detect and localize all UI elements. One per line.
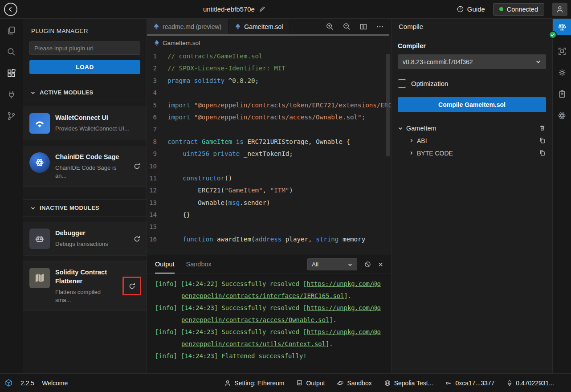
editor-tabbar: readme.md (preview) GameItem.sol <box>147 19 391 34</box>
line-number: 10 <box>147 160 167 172</box>
chevron-down-icon <box>535 59 541 65</box>
refresh-icon[interactable] <box>133 162 141 171</box>
plugin-url-input[interactable] <box>29 41 140 55</box>
user-avatar[interactable] <box>552 3 567 16</box>
git-branch-icon[interactable] <box>7 111 16 121</box>
tree-node-gameitem[interactable]: GameItem <box>398 124 546 132</box>
plugin-card-flattener[interactable]: Solidity Contract Flattener Flattens com… <box>23 261 147 311</box>
sandbox-item[interactable]: Sandbox <box>337 380 371 387</box>
tab-gameitem[interactable]: GameItem.sol <box>228 19 290 34</box>
network-item[interactable]: Sepolia Test... <box>384 380 433 387</box>
vertical-scrollbar[interactable] <box>386 54 390 156</box>
left-activity-bar <box>0 19 23 373</box>
chevron-right-icon <box>409 138 414 143</box>
right-activity-bar <box>552 19 571 373</box>
refresh-icon[interactable] <box>133 235 141 243</box>
version-label: 2.2.5 <box>20 380 34 387</box>
settings-gear-icon[interactable] <box>558 68 567 77</box>
more-actions-icon[interactable] <box>376 23 384 31</box>
clipboard-icon[interactable] <box>558 90 567 98</box>
back-button[interactable] <box>4 3 17 16</box>
guide-button[interactable]: ? Guide <box>457 5 485 13</box>
trash-icon[interactable] <box>538 124 546 132</box>
check-badge-icon <box>549 31 557 39</box>
ai-swirl-icon[interactable] <box>557 111 567 120</box>
optimization-label: Optimization <box>411 80 448 87</box>
deploy-frame-icon[interactable] <box>558 47 567 56</box>
output-logs: [info] [14:24:22] Successfully resolved … <box>147 274 391 373</box>
solidity-file-icon <box>154 40 159 46</box>
copy-icon[interactable] <box>538 149 546 157</box>
line-number: 7 <box>147 123 167 135</box>
clear-output-icon[interactable] <box>364 261 371 268</box>
log-filter-select[interactable]: All <box>307 258 357 270</box>
main-area: PLUGIN MANAGER LOAD ACTIVE MODULES Walle… <box>0 19 571 373</box>
compile-panel: Compile Compiler v0.8.23+commit.f704f362… <box>391 19 552 373</box>
plugin-desc: Provides WalletConnect UI... <box>55 125 141 133</box>
extensions-icon[interactable] <box>7 69 16 78</box>
person-gear-icon <box>224 380 231 387</box>
annotation-highlight-box <box>122 277 141 295</box>
optimization-checkbox[interactable] <box>398 79 406 88</box>
output-item[interactable]: Output <box>296 380 325 387</box>
connected-status-dot <box>499 7 503 11</box>
files-icon[interactable] <box>7 26 16 35</box>
active-modules-header[interactable]: ACTIVE MODULES <box>23 84 147 101</box>
compile-panel-title: Compile <box>392 19 552 34</box>
compiler-version-select[interactable]: v0.8.23+commit.f704f362 <box>398 54 546 69</box>
zoom-in-icon[interactable] <box>326 22 334 31</box>
search-icon[interactable] <box>7 47 16 57</box>
tree-node-abi[interactable]: ABI <box>398 137 546 144</box>
inactive-modules-header[interactable]: INACTIVE MODULES <box>23 199 147 216</box>
code-sage-icon <box>29 152 50 173</box>
line-number: 16 <box>147 233 167 245</box>
welcome-link[interactable]: Welcome <box>42 380 68 387</box>
tab-output[interactable]: Output <box>155 255 175 274</box>
package-cube-icon <box>4 379 13 387</box>
code-line: 1// contracts/GameItem.sol <box>147 50 391 62</box>
line-number: 1 <box>147 50 167 62</box>
split-editor-icon[interactable] <box>359 23 367 31</box>
tab-readme[interactable]: readme.md (preview) <box>147 19 228 34</box>
tab-sandbox[interactable]: Sandbox <box>186 255 212 274</box>
plugin-card-code-sage[interactable]: ChainIDE Code Sage ChainIDE Code Sage is… <box>23 146 147 187</box>
topbar: untitled-ebfb570e ? Guide Connected <box>0 0 571 19</box>
arrow-left-icon <box>7 6 14 13</box>
compile-button[interactable]: Compile GameItem.sol <box>398 97 546 112</box>
tree-node-bytecode[interactable]: BYTE CODE <box>398 149 546 157</box>
balance-item[interactable]: 0.47022931... <box>506 380 554 387</box>
help-icon: ? <box>457 5 464 13</box>
compile-tab-active[interactable] <box>553 19 571 35</box>
log-entry: [info] [14:24:23] Successfully resolved … <box>155 326 383 350</box>
edit-title-icon[interactable] <box>259 6 265 12</box>
chevron-down-icon <box>30 90 36 95</box>
code-editor[interactable]: 1// contracts/GameItem.sol2// SPDX-Licen… <box>147 49 391 255</box>
breadcrumb[interactable]: GameItem.sol <box>147 37 391 49</box>
copy-icon[interactable] <box>538 137 546 144</box>
close-icon[interactable]: × <box>378 260 383 269</box>
solidity-file-icon <box>235 23 241 30</box>
chevron-down-icon <box>30 205 36 211</box>
code-line: 5import "@openzeppelin/contracts/token/E… <box>147 99 391 111</box>
refresh-icon[interactable] <box>128 282 136 290</box>
code-line: 6import "@openzeppelin/contracts/access/… <box>147 111 391 123</box>
plugin-card-debugger[interactable]: Debugger Debugs transactions <box>23 222 147 256</box>
plug-icon[interactable] <box>7 90 16 99</box>
zoom-out-icon[interactable] <box>343 22 351 31</box>
plugin-desc: Debugs transactions <box>55 240 127 248</box>
plugin-name: ChainIDE Code Sage <box>55 152 127 161</box>
sandbox-planet-icon <box>337 380 344 387</box>
setting-ethereum-item[interactable]: Setting: Ethereum <box>224 380 284 387</box>
project-title-wrap: untitled-ebfb570e <box>203 5 265 13</box>
plugin-manager-title: PLUGIN MANAGER <box>23 19 147 41</box>
debugger-icon <box>29 229 50 249</box>
code-lines: 1// contracts/GameItem.sol2// SPDX-Licen… <box>147 50 391 245</box>
line-number: 6 <box>147 111 167 123</box>
load-button[interactable]: LOAD <box>29 60 140 74</box>
plugin-name: WalletConnect UI <box>55 113 141 122</box>
user-icon <box>556 5 564 13</box>
code-line: 13 Ownable(msg.sender) <box>147 197 391 209</box>
connected-button[interactable]: Connected <box>493 3 544 16</box>
wallet-address-item[interactable]: 0xca17...3377 <box>445 380 494 387</box>
plugin-card-walletconnect[interactable]: WalletConnect UI Provides WalletConnect … <box>23 106 147 140</box>
